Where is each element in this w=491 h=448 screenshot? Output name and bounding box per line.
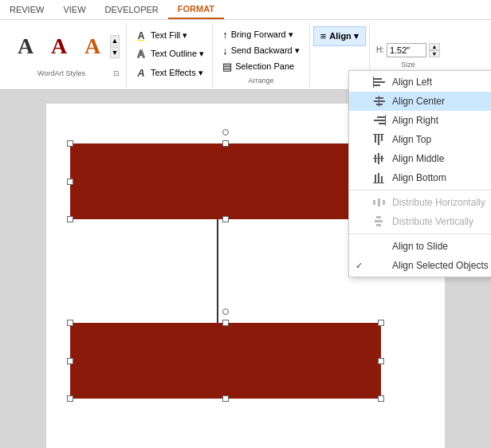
- wordart-scroll-down[interactable]: ▼: [110, 47, 120, 58]
- tab-developer[interactable]: DEVELOPER: [96, 0, 168, 19]
- svg-rect-22: [381, 176, 383, 183]
- svg-rect-15: [373, 134, 384, 135]
- handle-bl-1[interactable]: [67, 216, 73, 222]
- text-effects-icon: A: [135, 66, 147, 79]
- bring-forward-label: Bring Forward ▾: [231, 29, 293, 40]
- align-to-slide-icon: [371, 240, 387, 253]
- text-fill-icon: A: [135, 29, 147, 42]
- align-button[interactable]: ≡ Align ▾: [313, 26, 366, 46]
- align-right-item[interactable]: Align Right: [349, 111, 491, 130]
- shape-1-container: [70, 143, 381, 219]
- wordart-scroll-up[interactable]: ▲: [110, 35, 120, 46]
- align-icon: ≡: [320, 30, 327, 42]
- svg-rect-21: [378, 173, 379, 183]
- wordart-group: A A A ▲ ▼ WordArt Styles ⊡: [3, 23, 127, 88]
- height-spin-down[interactable]: ▼: [429, 50, 440, 57]
- rotate-handle-2[interactable]: [222, 308, 229, 315]
- wordart-a-orange: A: [84, 33, 100, 59]
- shape-2-container: [70, 323, 381, 399]
- selection-pane-button[interactable]: ▤ Selection Pane: [219, 59, 303, 74]
- handle-mr-2[interactable]: [378, 358, 384, 364]
- align-center-item[interactable]: Align Center: [349, 92, 491, 111]
- connector-line: [217, 219, 218, 323]
- align-selected-label: Align Selected Objects: [392, 260, 489, 271]
- text-options-group: A Text Fill ▾ A Text Outline ▾ A Text Ef…: [127, 23, 213, 88]
- arrange-footer: Arrange: [219, 77, 303, 84]
- distribute-v-icon: [371, 215, 387, 228]
- rotate-handle-1[interactable]: [222, 129, 229, 136]
- handle-tr-2[interactable]: [378, 320, 384, 326]
- send-backward-label: Send Backward ▾: [231, 45, 300, 56]
- svg-rect-25: [378, 198, 380, 206]
- distribute-h-label: Distribute Horizontally: [392, 197, 485, 208]
- wordart-a-plain: A: [18, 33, 33, 59]
- svg-rect-3: [373, 77, 374, 88]
- align-top-icon: [371, 133, 387, 146]
- handle-tc-1[interactable]: [222, 140, 229, 147]
- align-center-icon: [371, 95, 387, 108]
- handle-bc-2[interactable]: [222, 395, 229, 402]
- divider-2: [349, 234, 491, 234]
- wordart-item-3[interactable]: A: [77, 26, 108, 66]
- tab-format[interactable]: FORMAT: [168, 0, 224, 19]
- svg-rect-27: [376, 216, 381, 218]
- align-left-item[interactable]: Align Left: [349, 73, 491, 92]
- align-middle-item[interactable]: Align Middle: [349, 149, 491, 168]
- handle-ml-1[interactable]: [67, 179, 73, 185]
- ribbon-tabs: REVIEW VIEW DEVELOPER FORMAT: [0, 0, 491, 20]
- align-bottom-label: Align Bottom: [392, 172, 446, 183]
- align-selected-check: ✓: [355, 261, 367, 271]
- tab-view[interactable]: VIEW: [53, 0, 95, 19]
- text-fill-label: Text Fill ▾: [151, 30, 187, 41]
- handle-br-2[interactable]: [378, 395, 384, 402]
- handle-bc-1[interactable]: [222, 216, 229, 222]
- text-effects-button[interactable]: A Text Effects ▾: [132, 65, 207, 81]
- selection-pane-icon: ▤: [222, 61, 232, 73]
- align-selected-item[interactable]: ✓ Align Selected Objects: [349, 256, 491, 275]
- svg-rect-2: [374, 84, 380, 86]
- height-spin-up[interactable]: ▲: [429, 43, 440, 50]
- bring-forward-button[interactable]: ↑ Bring Forward ▾: [219, 27, 303, 42]
- svg-rect-11: [385, 115, 386, 126]
- text-effects-label: Text Effects ▾: [151, 68, 203, 78]
- align-center-label: Align Center: [392, 96, 445, 107]
- distribute-h-item: Distribute Horizontally: [349, 193, 491, 212]
- wordart-scroll: ▲ ▼: [110, 35, 120, 58]
- text-outline-icon: A: [135, 48, 147, 61]
- size-group-label: Size: [376, 61, 440, 69]
- align-bottom-icon: [371, 171, 387, 184]
- handle-tl-1[interactable]: [67, 140, 73, 147]
- svg-rect-19: [373, 158, 384, 159]
- svg-rect-26: [383, 200, 385, 205]
- tab-review[interactable]: REVIEW: [0, 0, 53, 19]
- shape-rect-2[interactable]: [70, 323, 381, 399]
- svg-rect-0: [374, 78, 382, 80]
- align-left-label: Align Left: [392, 77, 432, 88]
- distribute-v-label: Distribute Vertically: [392, 216, 473, 227]
- align-top-item[interactable]: Align Top: [349, 130, 491, 149]
- height-label: H:: [376, 45, 384, 54]
- handle-tc-2[interactable]: [222, 320, 229, 326]
- send-backward-icon: ↓: [222, 45, 228, 57]
- wordart-group-label: WordArt Styles: [10, 69, 113, 77]
- align-to-slide-item[interactable]: Align to Slide: [349, 237, 491, 256]
- svg-rect-24: [373, 200, 375, 205]
- wordart-item-1[interactable]: A: [10, 26, 41, 66]
- wordart-item-2[interactable]: A: [43, 26, 75, 66]
- svg-rect-29: [376, 224, 381, 226]
- text-outline-label: Text Outline ▾: [151, 49, 204, 59]
- wordart-expand-icon[interactable]: ⊡: [113, 69, 120, 77]
- handle-bl-2[interactable]: [67, 395, 73, 402]
- handle-ml-2[interactable]: [67, 358, 73, 364]
- svg-rect-7: [379, 96, 379, 107]
- handle-tl-2[interactable]: [67, 320, 73, 326]
- shape-rect-1[interactable]: [70, 143, 381, 219]
- height-input[interactable]: [387, 43, 426, 57]
- text-fill-button[interactable]: A Text Fill ▾: [132, 28, 207, 44]
- align-middle-icon: [371, 152, 387, 165]
- svg-rect-23: [373, 183, 384, 183]
- align-bottom-item[interactable]: Align Bottom: [349, 168, 491, 187]
- svg-rect-10: [379, 123, 385, 124]
- text-outline-button[interactable]: A Text Outline ▾: [132, 46, 207, 62]
- send-backward-button[interactable]: ↓ Send Backward ▾: [219, 43, 303, 58]
